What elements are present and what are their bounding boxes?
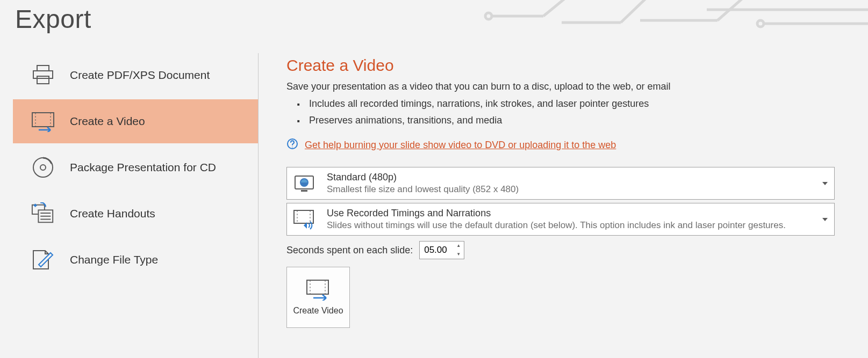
help-link[interactable]: Get help burning your slide show video t… (305, 140, 616, 151)
cd-icon (31, 156, 55, 179)
file-pencil-icon (31, 248, 55, 272)
seconds-row: Seconds spent on each slide: ▲ ▼ (286, 241, 851, 259)
sidebar-item-label: Package Presentation for CD (70, 161, 216, 174)
seconds-label: Seconds spent on each slide: (286, 245, 413, 256)
timings-dropdown[interactable]: Use Recorded Timings and Narrations Slid… (286, 203, 835, 236)
vertical-divider (258, 53, 259, 358)
spinner-up[interactable]: ▲ (455, 243, 462, 249)
sidebar-item-label: Change File Type (70, 253, 158, 266)
monitor-icon (292, 173, 316, 194)
main-layout: Create PDF/XPS Document Create a Video (0, 49, 868, 358)
timings-title: Use Recorded Timings and Narrations (327, 208, 786, 219)
handouts-icon (31, 202, 55, 225)
film-arrow-icon (306, 279, 331, 301)
seconds-input[interactable] (420, 242, 455, 259)
feature-item: Preserves animations, transitions, and m… (297, 112, 851, 129)
export-sidebar: Create PDF/XPS Document Create a Video (0, 49, 258, 358)
svg-rect-4 (37, 76, 49, 84)
page-title: Export (0, 0, 868, 34)
help-row: Get help burning your slide show video t… (286, 138, 851, 152)
create-video-button-label: Create Video (293, 306, 343, 316)
sidebar-item-label: Create a Video (70, 115, 145, 128)
sidebar-item-label: Create PDF/XPS Document (70, 69, 210, 82)
sidebar-item-package-cd[interactable]: Package Presentation for CD (13, 145, 258, 189)
film-arrow-icon (31, 109, 55, 133)
spinner-buttons: ▲ ▼ (455, 242, 464, 259)
svg-point-9 (40, 165, 46, 170)
svg-rect-18 (301, 190, 307, 192)
svg-rect-2 (37, 65, 49, 71)
create-video-button[interactable]: Create Video (286, 267, 350, 328)
quality-text: Standard (480p) Smallest file size and l… (327, 172, 519, 195)
timings-subtitle: Slides without timings will use the defa… (327, 220, 786, 231)
feature-item: Includes all recorded timings, narration… (297, 96, 851, 112)
svg-point-16 (292, 147, 293, 148)
main-heading: Create a Video (286, 56, 851, 75)
sidebar-item-create-pdf-xps[interactable]: Create PDF/XPS Document (13, 53, 258, 97)
quality-title: Standard (480p) (327, 172, 519, 183)
main-description: Save your presentation as a video that y… (286, 81, 851, 92)
svg-rect-3 (33, 71, 53, 78)
main-panel: Create a Video Save your presentation as… (271, 49, 868, 358)
help-icon (286, 138, 298, 152)
quality-subtitle: Smallest file size and lowest quality (8… (327, 184, 519, 195)
timings-text: Use Recorded Timings and Narrations Slid… (327, 208, 786, 231)
sidebar-item-create-handouts[interactable]: Create Handouts (13, 192, 258, 236)
quality-dropdown[interactable]: Standard (480p) Smallest file size and l… (286, 167, 835, 200)
film-audio-icon (292, 209, 316, 230)
chevron-down-icon (822, 218, 828, 221)
sidebar-item-label: Create Handouts (70, 207, 155, 220)
chevron-down-icon (822, 182, 828, 185)
feature-list: Includes all recorded timings, narration… (286, 96, 851, 128)
sidebar-item-change-file-type[interactable]: Change File Type (13, 238, 258, 282)
sidebar-item-create-video[interactable]: Create a Video (13, 99, 258, 143)
seconds-spinner[interactable]: ▲ ▼ (419, 241, 464, 259)
spinner-down[interactable]: ▼ (455, 251, 462, 258)
printer-icon (31, 63, 55, 87)
